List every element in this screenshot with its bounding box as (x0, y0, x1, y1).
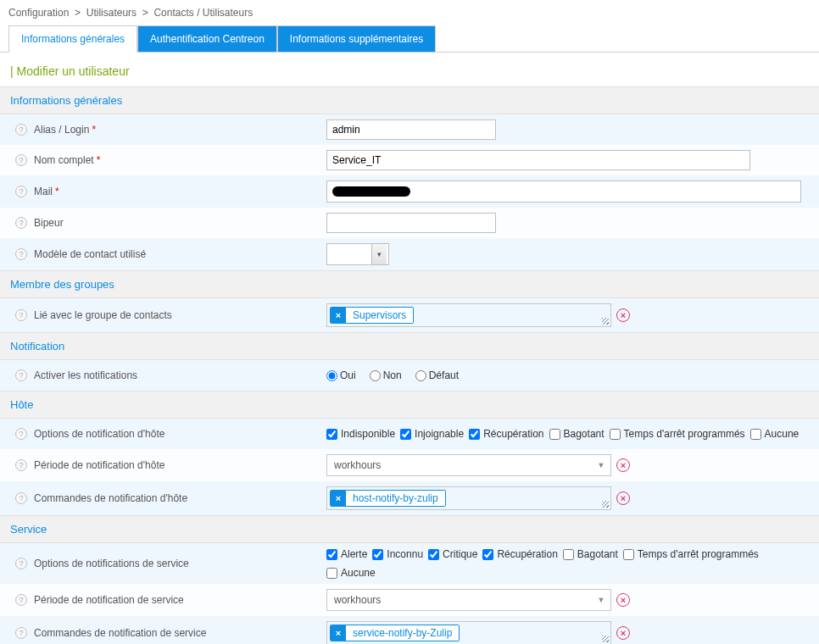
service-cmd-input[interactable]: × service-notify-by-Zulip (326, 621, 611, 644)
radio-defaut[interactable] (415, 370, 426, 381)
service-opt-checkbox-1[interactable] (372, 549, 383, 560)
enable-notif-label: Activer les notifications (34, 369, 137, 381)
help-icon[interactable]: ? (15, 248, 27, 260)
fullname-input[interactable] (326, 150, 750, 170)
host-cmd-label: Commandes de notification d'hôte (34, 492, 187, 504)
mail-input[interactable] (326, 180, 801, 203)
resize-handle[interactable] (602, 318, 609, 325)
host-cmd-input[interactable]: × host-notify-by-zulip (326, 486, 611, 510)
mail-label: Mail (34, 186, 53, 197)
host-opt-checkbox-4[interactable] (610, 429, 621, 440)
close-icon[interactable]: × (331, 308, 346, 323)
clear-host-period-button[interactable]: × (616, 458, 630, 472)
service-opts: AlerteInconnuCritiqueRécupérationBagotan… (326, 548, 819, 579)
enable-notif-radio: Oui Non Défaut (326, 369, 819, 381)
resize-handle[interactable] (602, 636, 609, 642)
clear-host-cmd-button[interactable]: × (616, 491, 630, 505)
tag-host-cmd[interactable]: × host-notify-by-zulip (330, 490, 446, 507)
tab-extra[interactable]: Informations supplémentaires (277, 25, 436, 52)
template-select[interactable]: ▾ (326, 243, 389, 265)
linked-groups-input[interactable]: × Supervisors (326, 303, 611, 327)
section-general: Informations générales (0, 86, 819, 114)
help-icon[interactable]: ? (15, 186, 27, 197)
help-icon[interactable]: ? (15, 369, 27, 381)
service-opt-checkbox-3[interactable] (482, 549, 493, 560)
tab-auth[interactable]: Authentification Centreon (137, 25, 277, 52)
clear-groups-button[interactable]: × (616, 308, 630, 322)
clear-service-period-button[interactable]: × (616, 593, 630, 607)
chevron-down-icon: ▼ (592, 461, 610, 469)
pager-label: Bipeur (34, 217, 64, 229)
host-opt-checkbox-1[interactable] (400, 429, 411, 440)
host-opt-checkbox-2[interactable] (469, 429, 480, 440)
help-icon[interactable]: ? (15, 309, 27, 321)
help-icon[interactable]: ? (15, 154, 27, 166)
chevron-down-icon: ▾ (371, 244, 387, 264)
service-period-label: Période de notification de service (34, 594, 184, 606)
help-icon[interactable]: ? (15, 558, 27, 569)
breadcrumb-item[interactable]: Contacts / Utilisateurs (153, 7, 253, 19)
service-opt-checkbox-2[interactable] (428, 549, 439, 560)
host-opt-checkbox-0[interactable] (326, 429, 337, 440)
close-icon[interactable]: × (331, 625, 346, 641)
service-cmd-label: Commandes de notification de service (34, 627, 206, 639)
host-opts-label: Options de notification d'hôte (34, 428, 164, 440)
section-groups: Membre des groupes (0, 270, 819, 298)
host-period-select[interactable]: workhours ▼ (326, 454, 611, 476)
service-opt-checkbox-5[interactable] (623, 549, 634, 560)
page-title: | Modifier un utilisateur (0, 53, 819, 86)
host-period-label: Période de notification d'hôte (34, 459, 164, 471)
breadcrumb-item[interactable]: Configuration (8, 7, 69, 19)
mail-redacted (332, 186, 410, 197)
radio-oui[interactable] (326, 370, 337, 381)
breadcrumb: Configuration > Utilisateurs > Contacts … (0, 0, 819, 25)
chevron-down-icon: ▼ (592, 596, 610, 604)
template-label: Modèle de contact utilisé (34, 248, 146, 260)
host-opt-checkbox-5[interactable] (750, 429, 761, 440)
tag-service-cmd[interactable]: × service-notify-by-Zulip (330, 625, 460, 641)
tabs: Informations générales Authentification … (0, 25, 819, 53)
help-icon[interactable]: ? (15, 124, 27, 136)
help-icon[interactable]: ? (15, 217, 27, 229)
service-opt-checkbox-6[interactable] (326, 568, 337, 579)
section-service: Service (0, 515, 819, 543)
service-opt-checkbox-4[interactable] (563, 549, 574, 560)
service-opts-label: Options de notifications de service (34, 558, 189, 569)
alias-label: Alias / Login (34, 124, 89, 136)
section-notification: Notification (0, 332, 819, 360)
close-icon[interactable]: × (331, 491, 346, 506)
help-icon[interactable]: ? (15, 428, 27, 440)
pager-input[interactable] (326, 213, 496, 233)
help-icon[interactable]: ? (15, 594, 27, 606)
breadcrumb-item[interactable]: Utilisateurs (86, 7, 136, 19)
service-opt-checkbox-0[interactable] (326, 549, 337, 560)
fullname-label: Nom complet (34, 154, 94, 166)
clear-service-cmd-button[interactable]: × (616, 626, 630, 640)
tag-supervisors[interactable]: × Supervisors (330, 307, 414, 324)
radio-non[interactable] (370, 370, 381, 381)
help-icon[interactable]: ? (15, 459, 27, 471)
alias-input[interactable] (326, 119, 496, 140)
host-opt-checkbox-3[interactable] (549, 429, 560, 440)
linked-groups-label: Lié avec le groupe de contacts (34, 309, 172, 321)
resize-handle[interactable] (602, 501, 609, 508)
help-icon[interactable]: ? (15, 492, 27, 504)
help-icon[interactable]: ? (15, 627, 27, 639)
section-host: Hôte (0, 391, 819, 419)
service-period-select[interactable]: workhours ▼ (326, 589, 611, 611)
host-opts: IndisponibleInjoignableRécupérationBagot… (326, 428, 819, 440)
tab-general[interactable]: Informations générales (8, 25, 137, 53)
